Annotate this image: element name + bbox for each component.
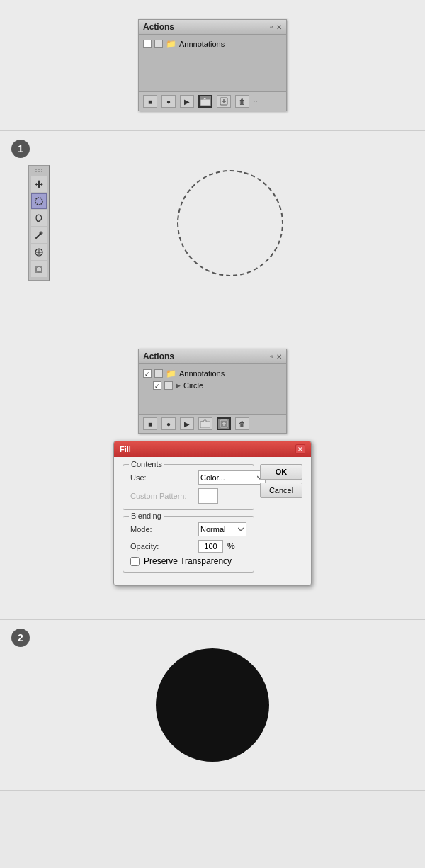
collapse-icon-2: « bbox=[270, 353, 273, 361]
preserve-transparency-row: Preserve Transparency bbox=[130, 556, 246, 566]
resize-dots-2: ··· bbox=[254, 421, 261, 427]
contents-label: Contents bbox=[129, 460, 164, 468]
opacity-unit: % bbox=[227, 541, 235, 551]
record-btn-1[interactable]: ● bbox=[162, 95, 176, 108]
ellipse-select-tool[interactable] bbox=[31, 193, 47, 209]
section-4: 2 bbox=[0, 620, 425, 791]
fill-dialog-close-btn[interactable]: ✕ bbox=[295, 444, 305, 454]
panel-body-2: 📁 Annnotations ▶ Circle bbox=[139, 364, 286, 414]
section-3-content: Actions « ✕ 📁 Annnotations bbox=[14, 334, 411, 600]
panel-footer-1: ■ ● ▶ 🗑 ··· bbox=[139, 91, 286, 111]
lasso-tool[interactable] bbox=[31, 210, 47, 226]
new-folder-btn-2[interactable] bbox=[198, 417, 212, 430]
cancel-button[interactable]: Cancel bbox=[260, 483, 302, 498]
svg-rect-0 bbox=[200, 99, 210, 106]
section-3: Actions « ✕ 📁 Annnotations bbox=[0, 315, 425, 620]
step-badge-1: 1 bbox=[11, 140, 30, 158]
dialog-buttons: OK Cancel bbox=[260, 464, 302, 498]
fill-dialog: Fill ✕ Contents Use: Color... Foreground… bbox=[113, 441, 312, 586]
svg-point-4 bbox=[35, 198, 42, 205]
record-btn-2[interactable]: ● bbox=[162, 417, 176, 430]
panel-title-2: Actions bbox=[143, 351, 174, 361]
annotations-label-2: Annnotations bbox=[179, 369, 225, 378]
new-action-icon-2 bbox=[220, 419, 228, 428]
use-select[interactable]: Color... Foreground Color Background Col… bbox=[198, 470, 266, 485]
collapse-icon: « bbox=[270, 23, 273, 31]
opacity-row: Opacity: % bbox=[130, 540, 246, 553]
panel-titlebar-2: Actions « ✕ bbox=[139, 349, 286, 364]
close-icon-2[interactable]: ✕ bbox=[276, 353, 282, 361]
color-box-1 bbox=[154, 40, 163, 48]
canvas-area-1 bbox=[64, 152, 397, 294]
new-folder-btn-1[interactable] bbox=[198, 95, 212, 108]
check-box-1[interactable] bbox=[143, 40, 152, 48]
new-action-btn-1[interactable] bbox=[217, 95, 231, 108]
section-2: 1 bbox=[0, 131, 425, 315]
color-box-annotations-2 bbox=[154, 369, 163, 378]
healing-tool[interactable] bbox=[31, 244, 47, 260]
toolbar-grip-1 bbox=[29, 169, 49, 172]
new-action-btn-2[interactable] bbox=[217, 417, 231, 430]
folder-btn-icon bbox=[200, 97, 210, 106]
svg-rect-13 bbox=[40, 266, 42, 268]
panel-body-1: 📁 Annnotations bbox=[139, 35, 286, 91]
preserve-transparency-checkbox[interactable] bbox=[130, 557, 140, 566]
canvas-area-2 bbox=[0, 634, 425, 776]
arrow-icon-circle: ▶ bbox=[176, 382, 181, 389]
color-box-circle bbox=[164, 381, 173, 390]
new-action-icon bbox=[220, 97, 228, 106]
folder-btn-icon-2 bbox=[200, 419, 210, 428]
panel-controls-2: « ✕ bbox=[270, 353, 282, 361]
blending-group: Blending Mode: Normal Dissolve Multiply … bbox=[123, 516, 254, 573]
mode-label: Mode: bbox=[130, 525, 194, 534]
delete-btn-1[interactable]: 🗑 bbox=[235, 95, 249, 108]
svg-rect-16 bbox=[200, 422, 210, 428]
check-box-circle[interactable] bbox=[153, 381, 162, 390]
svg-line-6 bbox=[36, 233, 41, 238]
delete-btn-2[interactable]: 🗑 bbox=[235, 417, 249, 430]
mode-row: Mode: Normal Dissolve Multiply Screen bbox=[130, 522, 246, 536]
panel-titlebar-1: Actions « ✕ bbox=[139, 20, 286, 35]
panel-title-left-2: Actions bbox=[143, 351, 174, 361]
ok-button[interactable]: OK bbox=[260, 464, 302, 480]
check-box-annotations-2[interactable] bbox=[143, 369, 152, 378]
folder-icon-1: 📁 bbox=[166, 39, 176, 49]
custom-pattern-label: Custom Pattern: bbox=[130, 492, 194, 500]
panel-title-left-1: Actions bbox=[143, 22, 174, 32]
contents-group: Contents Use: Color... Foreground Color … bbox=[123, 464, 254, 510]
panel-controls-1: « ✕ bbox=[270, 23, 282, 31]
mode-select[interactable]: Normal Dissolve Multiply Screen bbox=[198, 522, 246, 536]
section-1: Actions « ✕ 📁 Annnotations ■ ● ▶ bbox=[0, 0, 425, 131]
section-2-inner bbox=[0, 152, 425, 294]
move-tool[interactable] bbox=[31, 176, 47, 192]
folder-icon-2: 📁 bbox=[166, 368, 176, 378]
step-badge-2: 2 bbox=[11, 629, 30, 647]
action-row-annotations-2[interactable]: 📁 Annnotations bbox=[139, 367, 286, 380]
blending-label: Blending bbox=[129, 512, 164, 520]
panel-footer-2: ■ ● ▶ bbox=[139, 414, 286, 433]
circle-label: Circle bbox=[183, 381, 203, 390]
transform-tool[interactable] bbox=[31, 261, 47, 277]
brush-tool[interactable] bbox=[31, 227, 47, 243]
section-3-top: Actions « ✕ 📁 Annnotations bbox=[138, 349, 287, 434]
annotations-label-1: Annnotations bbox=[179, 40, 225, 48]
svg-rect-14 bbox=[35, 271, 38, 273]
stop-btn-1[interactable]: ■ bbox=[143, 95, 157, 108]
preserve-transparency-label: Preserve Transparency bbox=[144, 556, 232, 566]
action-row-annotations-1[interactable]: 📁 Annnotations bbox=[139, 38, 286, 50]
opacity-input[interactable] bbox=[198, 540, 223, 553]
close-icon[interactable]: ✕ bbox=[276, 23, 282, 31]
dashed-circle bbox=[177, 170, 283, 276]
actions-panel-1: Actions « ✕ 📁 Annnotations ■ ● ▶ bbox=[138, 19, 287, 111]
play-btn-2[interactable]: ▶ bbox=[180, 417, 194, 430]
actions-panel-2: Actions « ✕ 📁 Annnotations bbox=[138, 349, 287, 434]
grip-dots-1 bbox=[35, 169, 43, 172]
pattern-preview[interactable] bbox=[198, 488, 218, 504]
panel-title-1: Actions bbox=[143, 22, 174, 32]
action-row-circle[interactable]: ▶ Circle bbox=[139, 380, 286, 391]
toolbar-vertical-1 bbox=[28, 165, 50, 281]
play-btn-1[interactable]: ▶ bbox=[180, 95, 194, 108]
svg-line-5 bbox=[37, 220, 38, 222]
custom-pattern-row: Custom Pattern: bbox=[130, 488, 246, 504]
stop-btn-2[interactable]: ■ bbox=[143, 417, 157, 430]
